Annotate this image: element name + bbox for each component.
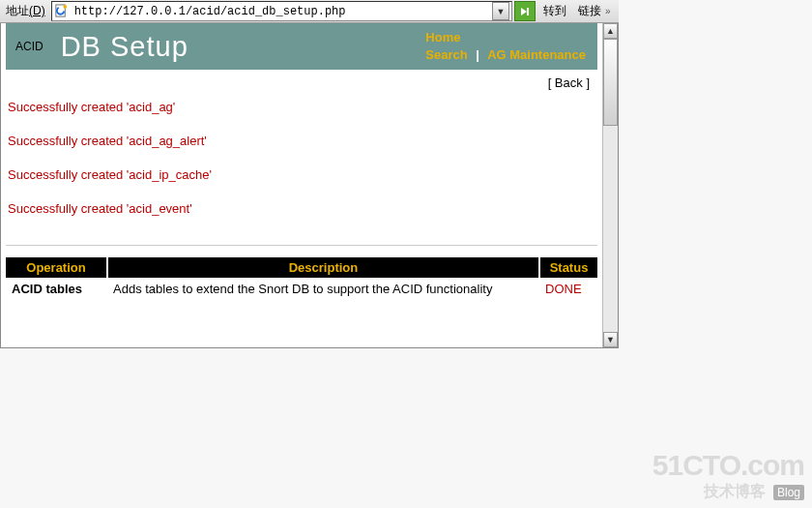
address-bar[interactable]: ▼: [51, 1, 512, 21]
table-row: ACID tables Adds tables to extend the Sn…: [6, 278, 597, 300]
col-description: Description: [107, 257, 539, 278]
links-label: 链接: [574, 3, 603, 19]
scroll-track[interactable]: [603, 126, 618, 332]
url-history-dropdown[interactable]: ▼: [492, 2, 509, 20]
cell-status: DONE: [539, 278, 597, 300]
table-header-row: Operation Description Status: [6, 257, 597, 278]
watermark-tagline: 技术博客: [704, 483, 766, 499]
operations-table: Operation Description Status ACID tables…: [6, 257, 597, 300]
divider: [6, 245, 597, 246]
back-link[interactable]: [ Back ]: [548, 75, 590, 90]
nav-ag-maintenance[interactable]: AG Maintenance: [487, 47, 586, 62]
page-title: DB Setup: [61, 31, 188, 63]
cell-description: Adds tables to extend the Snort DB to su…: [107, 278, 539, 300]
brand-text: ACID: [15, 40, 44, 53]
address-label: 地址(D): [2, 3, 49, 19]
url-input[interactable]: [72, 4, 489, 19]
watermark-badge: Blog: [773, 485, 804, 500]
go-button[interactable]: [514, 1, 536, 21]
ie-page-icon: [54, 4, 70, 19]
nav-home[interactable]: Home: [425, 30, 460, 45]
toolbar-overflow-icon[interactable]: »: [605, 6, 617, 16]
status-message: Successfully created 'acid_event': [8, 201, 595, 216]
status-message: Successfully created 'acid_ag_alert': [8, 134, 595, 148]
status-message: Successfully created 'acid_ip_cache': [8, 167, 595, 182]
nav-search[interactable]: Search: [425, 47, 467, 62]
scroll-down-arrow[interactable]: ▼: [603, 332, 618, 347]
scroll-thumb[interactable]: [603, 39, 618, 126]
status-messages: Successfully created 'acid_ag' Successfu…: [6, 90, 597, 239]
browser-toolbar: 地址(D) ▼ 转到 链接 »: [0, 0, 619, 23]
vertical-scrollbar[interactable]: ▲ ▼: [602, 23, 618, 347]
watermark-brand: 51CTO.com: [652, 449, 804, 482]
header-nav: Home Search | AG Maintenance: [425, 29, 586, 64]
nav-separator: |: [471, 47, 484, 62]
watermark: 51CTO.com 技术博客 Blog: [652, 449, 804, 502]
cell-operation: ACID tables: [6, 278, 107, 300]
col-operation: Operation: [6, 257, 107, 278]
svg-point-1: [64, 5, 68, 9]
go-label: 转到: [537, 3, 572, 19]
scroll-up-arrow[interactable]: ▲: [603, 23, 618, 39]
status-message: Successfully created 'acid_ag': [8, 100, 595, 114]
col-status: Status: [539, 257, 597, 278]
browser-viewport: ACID DB Setup Home Search | AG Maintenan…: [0, 23, 619, 348]
page-content: ACID DB Setup Home Search | AG Maintenan…: [1, 23, 602, 347]
page-header: ACID DB Setup Home Search | AG Maintenan…: [6, 23, 597, 70]
back-row: [ Back ]: [6, 70, 597, 90]
